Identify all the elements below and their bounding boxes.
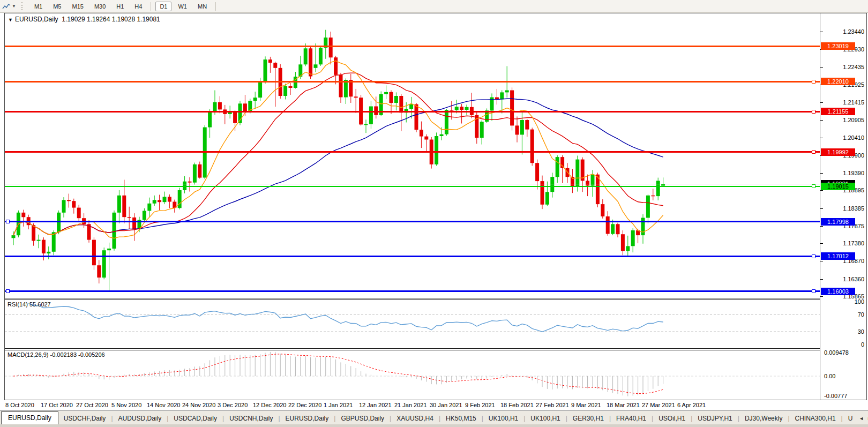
price-axis[interactable]: 1.234401.229301.224351.219251.214151.209… [820, 13, 866, 400]
date-label: 9 Mar 2021 [571, 402, 601, 408]
chart-window: ▼EURUSD,Daily 1.19029 1.19264 1.19028 1.… [4, 13, 867, 400]
pane-divider[interactable] [5, 348, 866, 349]
horizontal-line-1.23019[interactable] [5, 46, 820, 47]
line-anchor-handle[interactable] [812, 80, 815, 84]
line-anchor-handle[interactable] [812, 289, 815, 293]
chart-tab-uk100-h1[interactable]: UK100,H1 [525, 413, 565, 425]
line-anchor-handle[interactable] [812, 150, 815, 154]
chart-tab-u[interactable]: U [843, 413, 858, 425]
price-level-badge: 1.16003 [821, 288, 855, 295]
price-level-badge: 1.17012 [821, 252, 855, 260]
chart-tab-usdcad-daily[interactable]: USDCAD,Daily [168, 413, 222, 425]
horizontal-lines-layer [5, 13, 820, 298]
date-label: 17 Oct 2020 [41, 402, 73, 408]
price-tick-label: 1.21415 [843, 99, 864, 106]
toolbar-grip-handle[interactable] [21, 2, 25, 10]
pane-divider[interactable] [5, 298, 866, 298]
price-level-badge: 1.23019 [821, 42, 855, 50]
tab-scroll-left-icon[interactable]: ◄ [858, 416, 866, 425]
rsi-tick-label: 70 [858, 311, 864, 318]
price-tick-label: 1.18385 [843, 205, 864, 212]
timeframe-button-m1[interactable]: M1 [30, 2, 47, 11]
chart-tab-china300-h1[interactable]: CHINA300,H1 [790, 413, 841, 425]
chart-tab-usdchf-daily[interactable]: USDCHF,Daily [58, 413, 111, 425]
line-anchor-handle[interactable] [6, 220, 10, 223]
macd-tick-label: 0.009478 [824, 349, 849, 356]
date-label: 12 Jan 2021 [359, 402, 392, 408]
rsi-tick-label: 100 [855, 298, 864, 305]
horizontal-line-gray[interactable] [5, 184, 820, 184]
axis-tick-mark [820, 173, 823, 174]
chart-tab-xauusd-h4[interactable]: XAUUSD,H4 [391, 413, 439, 425]
date-label: 12 Dec 2020 [253, 402, 286, 408]
timeframe-button-m30[interactable]: M30 [90, 2, 110, 11]
date-label: 30 Jan 2021 [430, 402, 462, 408]
date-label: 3 Dec 2020 [218, 402, 248, 408]
date-label: 5 Nov 2020 [111, 402, 141, 408]
timeframe-button-w1[interactable]: W1 [174, 2, 191, 11]
date-label: 22 Dec 2020 [288, 402, 321, 408]
timeframe-toolbar: ▼ M1M5M15M30H1H4D1W1MN [0, 0, 868, 13]
horizontal-line-1.17012[interactable] [5, 256, 820, 257]
chart-tab-hk50-m15[interactable]: HK50,M15 [440, 413, 482, 425]
symbol-dropdown-icon[interactable]: ▼ [8, 17, 13, 23]
axis-tick-mark [820, 67, 823, 68]
chart-title: ▼EURUSD,Daily 1.19029 1.19264 1.19028 1.… [8, 16, 160, 23]
axis-tick-mark [820, 102, 823, 103]
horizontal-line-1.16003[interactable] [5, 290, 820, 292]
time-axis[interactable]: 8 Oct 202017 Oct 202027 Oct 20205 Nov 20… [4, 401, 867, 410]
horizontal-line-1.17998[interactable] [5, 221, 820, 222]
timeframe-button-h4[interactable]: H4 [130, 2, 146, 11]
axis-tick-mark [820, 226, 823, 227]
date-label: 27 Feb 2021 [536, 402, 569, 408]
chart-tab-eurusd-daily[interactable]: EURUSD,Daily [280, 413, 334, 425]
line-anchor-handle[interactable] [812, 254, 815, 258]
timeframe-button-h1[interactable]: H1 [112, 2, 128, 11]
toolbar-separator [151, 2, 151, 11]
chart-tab-dj30-weekly[interactable]: DJ30,Weekly [739, 413, 788, 425]
macd-panel-canvas[interactable] [5, 350, 820, 400]
rsi-panel-canvas[interactable] [5, 300, 820, 348]
horizontal-line-1.19015[interactable] [5, 186, 820, 187]
horizontal-line-1.21155[interactable] [5, 111, 820, 113]
date-label: 6 Apr 2021 [677, 402, 706, 408]
rsi-tick-label: 0 [861, 341, 864, 348]
horizontal-line-1.22010[interactable] [5, 81, 820, 83]
timeframe-button-m15[interactable]: M15 [68, 2, 87, 11]
macd-signal-line [13, 354, 663, 394]
chart-tab-ger30-h1[interactable]: GER30,H1 [567, 413, 609, 425]
chart-tab-usdjpy-h1[interactable]: USDJPY,H1 [692, 413, 737, 425]
chart-tab-fra40-h1[interactable]: FRA40,H1 [611, 413, 652, 425]
chart-tab-audusd-daily[interactable]: AUDUSD,Daily [113, 413, 167, 425]
chart-tab-usoil-h1[interactable]: USOil,H1 [653, 413, 691, 425]
timeframe-button-d1[interactable]: D1 [155, 2, 171, 11]
macd-values: -0.002183 -0.005206 [50, 351, 104, 358]
chart-tab-eurusd-daily[interactable]: EURUSD,Daily [1, 411, 58, 425]
axis-tick-mark [820, 261, 823, 261]
chart-tab-gbpusd-daily[interactable]: GBPUSD,Daily [335, 413, 390, 425]
line-anchor-handle[interactable] [812, 184, 815, 188]
line-anchor-handle[interactable] [812, 110, 815, 114]
date-label: 8 Oct 2020 [5, 402, 34, 408]
chart-type-dropdown-button[interactable]: ▼ [2, 3, 16, 10]
chart-tab-uk100-h1[interactable]: UK100,H1 [483, 413, 523, 425]
axis-tick-mark [820, 138, 823, 138]
line-anchor-handle[interactable] [6, 289, 10, 293]
date-label: 18 Mar 2021 [607, 402, 640, 408]
price-tick-label: 1.16360 [843, 276, 864, 282]
timeframe-button-m5[interactable]: M5 [49, 2, 65, 11]
date-label: 1 Jan 2021 [324, 402, 353, 408]
trading-terminal: ▼ M1M5M15M30H1H4D1W1MN ▼EURUSD,Daily 1.1… [0, 0, 868, 427]
tab-scroll-right-icon[interactable]: ► [866, 416, 868, 425]
horizontal-line-1.19992[interactable] [5, 151, 820, 153]
price-tick-label: 1.19390 [843, 170, 864, 176]
timeframe-buttons: M1M5M15M30H1H4D1W1MN [29, 2, 219, 11]
chart-tab-usdcnh-daily[interactable]: USDCNH,Daily [224, 413, 278, 425]
axis-tick-mark [820, 208, 823, 209]
chart-ohlc-quote: 1.19029 1.19264 1.19028 1.19081 [62, 16, 160, 23]
macd-tick-label: -0.00777 [824, 393, 847, 399]
price-level-badge: 1.22010 [821, 78, 855, 85]
price-tick-label: 1.17380 [843, 240, 864, 246]
status-strip [0, 424, 868, 427]
timeframe-button-mn[interactable]: MN [193, 2, 211, 11]
